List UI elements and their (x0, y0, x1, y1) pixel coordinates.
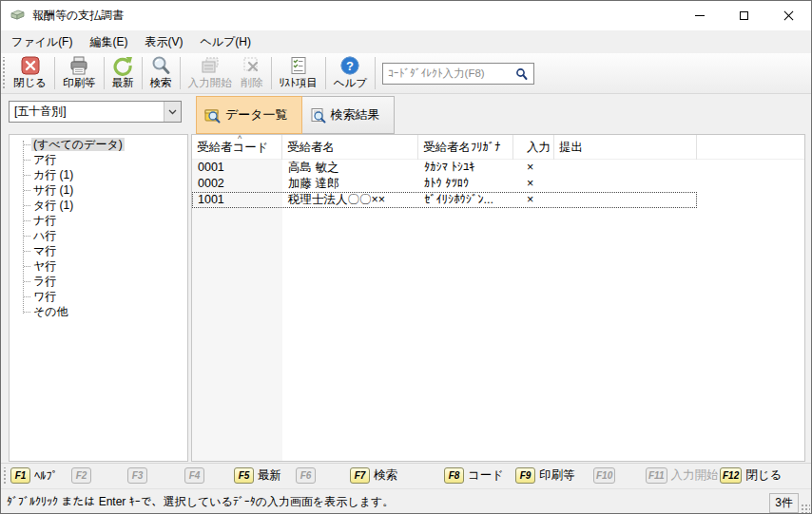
title-bar: 報酬等の支払調書 (1, 1, 811, 30)
fn-f7-search[interactable]: F7検索 (350, 467, 397, 484)
delete-icon (242, 55, 262, 76)
code-direct-input[interactable] (388, 65, 512, 83)
tree-item-ha-row[interactable]: ハ行 (10, 228, 187, 243)
toolbar-separator (54, 57, 55, 89)
menu-view[interactable]: 表示(V) (136, 31, 191, 53)
search-icon (150, 55, 171, 76)
tree-item-na-row[interactable]: ナ行 (10, 213, 187, 228)
search-button[interactable]: 検索 (145, 54, 177, 92)
fn-f4: F4 (184, 467, 204, 484)
list-items-button[interactable]: ﾘｽﾄ項目 (275, 54, 322, 92)
tree-item-a-row[interactable]: ア行 (10, 152, 187, 167)
toolbar-button-label: 閉じる (13, 76, 47, 89)
fn-f8-code[interactable]: F8コード (444, 467, 504, 484)
fn-f11-input-start: F11入力開始 (646, 467, 719, 484)
close-button[interactable] (766, 1, 811, 30)
refresh-icon (112, 55, 133, 76)
list-header: 受給者コード ^ 受給者名 受給者名ﾌﾘｶﾞﾅ 入力 提出 (192, 135, 804, 160)
menu-edit[interactable]: 編集(E) (81, 31, 136, 53)
minimize-button[interactable] (677, 1, 722, 30)
resize-grip[interactable] (801, 504, 810, 513)
close-app-button[interactable]: 閉じる (9, 54, 51, 92)
tree-item-sa-row[interactable]: サ行 (1) (10, 182, 187, 198)
column-header-input[interactable]: 入力 (513, 135, 554, 160)
tab-strip: データ一覧 検索結果 (196, 96, 395, 134)
print-button[interactable]: 印刷等 (58, 54, 101, 92)
tree-item-ya-row[interactable]: ヤ行 (10, 258, 187, 274)
fn-f1-help[interactable]: F1ﾍﾙﾌﾟ (10, 467, 58, 484)
fn-f5-refresh[interactable]: F5最新 (234, 467, 281, 484)
list-items-icon (288, 55, 309, 76)
window-title: 報酬等の支払調書 (32, 8, 124, 24)
toolbar-button-label: ﾘｽﾄ項目 (280, 76, 318, 89)
fnbar-gripper[interactable] (3, 467, 8, 485)
filter-selected-value: [五十音別] (10, 104, 164, 120)
table-row-focused[interactable]: 1001 税理士法人〇〇×× ｾﾞｲﾘｼﾎｳｼﾞﾝ... × (192, 192, 697, 208)
column-header-recipient-code[interactable]: 受給者コード ^ (192, 135, 282, 160)
toolbar-button-label: 最新 (112, 76, 134, 89)
close-icon (783, 10, 794, 21)
menu-file[interactable]: ファイル(F) (3, 31, 81, 53)
toolbar-button-label: ヘルプ (334, 76, 367, 89)
column-header-recipient-name[interactable]: 受給者名 (282, 135, 418, 160)
tree-item-ka-row[interactable]: カ行 (1) (10, 167, 187, 182)
tab-search-results[interactable]: 検索結果 (302, 96, 395, 134)
status-bar: ﾀﾞﾌﾞﾙｸﾘｯｸ または Enter ｷｰで、選択しているﾃﾞｰﾀの入力画面を… (1, 488, 811, 514)
toolbar-gripper[interactable] (2, 57, 7, 89)
menu-help[interactable]: ヘルプ(H) (191, 31, 260, 53)
printer-icon (68, 55, 89, 76)
delete-button: 削除 (237, 54, 268, 92)
toolbar-button-label: 入力開始 (188, 76, 232, 89)
close-window-icon (20, 55, 41, 76)
tree-item-other[interactable]: その他 (10, 304, 187, 319)
tree-item-ma-row[interactable]: マ行 (10, 243, 187, 258)
toolbar-separator (271, 57, 272, 89)
filter-combobox[interactable]: [五十音別] (9, 101, 182, 123)
app-window: 報酬等の支払調書 ファイル(F) 編集(E) 表示(V) ヘルプ(H) 閉じる (0, 0, 812, 514)
function-key-bar: F1ﾍﾙﾌﾟ F2 F3 F4 F5最新 F6 F7検索 F8コード F9印刷等… (1, 463, 811, 488)
table-row[interactable]: 0001 高島 敏之 ﾀｶｼﾏ ﾄｼﾕｷ × (192, 160, 697, 176)
toolbar-button-label: 印刷等 (63, 76, 96, 89)
menu-bar: ファイル(F) 編集(E) 表示(V) ヘルプ(H) (1, 30, 811, 53)
toolbar-separator (104, 57, 105, 89)
tree-item-all-data[interactable]: (すべてのデータ) (10, 137, 187, 152)
refresh-button[interactable]: 最新 (107, 54, 139, 92)
maximize-icon (740, 11, 748, 20)
tree-item-wa-row[interactable]: ワ行 (10, 289, 187, 304)
fn-f9-print[interactable]: F9印刷等 (515, 467, 575, 484)
code-direct-input-box (382, 63, 534, 85)
maximize-button[interactable] (722, 1, 766, 30)
data-list-tab-icon (204, 107, 221, 124)
app-icon (10, 9, 26, 24)
category-tree: (すべてのデータ) ア行 カ行 (1) サ行 (1) タ行 (1) ナ行 ハ行 … (10, 135, 187, 319)
fn-f3: F3 (127, 467, 147, 484)
toolbar-separator (325, 57, 326, 89)
tab-data-list[interactable]: データ一覧 (196, 96, 302, 134)
help-button[interactable]: ? ヘルプ (329, 54, 372, 92)
recipient-list-panel: 受給者コード ^ 受給者名 受給者名ﾌﾘｶﾞﾅ 入力 提出 0001 高島 敏之… (191, 134, 805, 462)
toolbar: 閉じる 印刷等 最新 (1, 53, 811, 94)
combo-dropdown-button[interactable] (164, 102, 181, 122)
tab-label: データ一覧 (225, 106, 288, 124)
toolbar-separator (375, 57, 376, 89)
tab-label: 検索結果 (331, 106, 380, 124)
column-header-submit[interactable]: 提出 (554, 135, 697, 160)
record-count-badge: 3件 (769, 493, 799, 513)
column-header-recipient-kana[interactable]: 受給者名ﾌﾘｶﾞﾅ (418, 135, 513, 160)
fn-f6: F6 (296, 467, 316, 484)
toolbar-button-label: 検索 (150, 76, 172, 89)
help-icon: ? (339, 55, 360, 76)
code-search-icon[interactable] (515, 67, 528, 81)
table-row[interactable]: 0002 加藤 達郎 ｶﾄｳ ﾀﾂﾛｳ × (192, 176, 697, 192)
fn-f2: F2 (71, 467, 91, 484)
input-start-button: 入力開始 (184, 54, 237, 92)
category-tree-panel: (すべてのデータ) ア行 カ行 (1) サ行 (1) タ行 (1) ナ行 ハ行 … (9, 134, 188, 462)
list-rows: 0001 高島 敏之 ﾀｶｼﾏ ﾄｼﾕｷ × 0002 加藤 達郎 ｶﾄｳ ﾀﾂ… (192, 160, 804, 208)
minimize-icon (695, 15, 705, 16)
fn-f12-close[interactable]: F12閉じる (720, 467, 782, 484)
tree-item-ta-row[interactable]: タ行 (1) (10, 198, 187, 213)
tree-item-ra-row[interactable]: ラ行 (10, 274, 187, 289)
toolbar-separator (142, 57, 143, 89)
search-results-tab-icon (310, 107, 326, 124)
toolbar-button-label: 削除 (242, 76, 263, 89)
